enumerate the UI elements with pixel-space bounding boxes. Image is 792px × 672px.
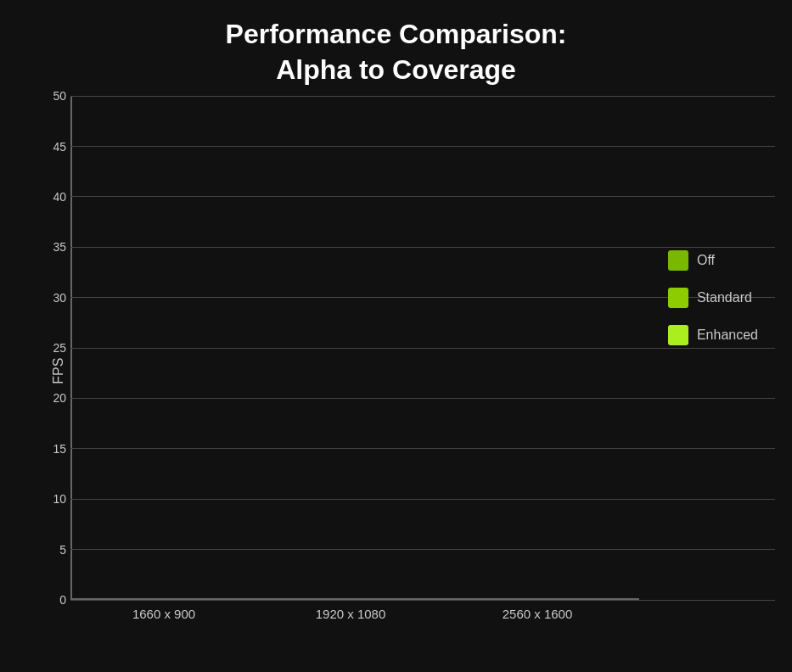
x-label-0: 1660 x 900 [70,607,257,621]
y-tick-label-45: 45 [41,140,66,154]
chart-title: Performance Comparison: Alpha to Coverag… [226,17,567,87]
legend: OffStandardEnhanced [668,250,758,345]
y-tick-label-5: 5 [41,543,66,557]
y-tick-label-0: 0 [41,593,66,607]
chart-container: Performance Comparison: Alpha to Coverag… [0,0,792,672]
legend-label-standard: Standard [697,290,752,305]
bars-container [70,96,639,600]
legend-label-enhanced: Enhanced [697,328,758,343]
title-line2: Alpha to Coverage [276,54,516,85]
y-tick-label-20: 20 [41,391,66,405]
y-tick-label-35: 35 [41,240,66,254]
legend-item-standard: Standard [668,288,758,308]
legend-swatch-off [668,250,688,271]
y-tick-label-50: 50 [41,89,66,103]
x-label-2: 2560 x 1600 [444,607,631,621]
y-tick-label-30: 30 [41,291,66,305]
y-tick-label-15: 15 [41,442,66,456]
legend-swatch-standard [668,288,688,308]
legend-item-enhanced: Enhanced [668,325,758,345]
grid-and-bars: 05101520253035404550 OffStandardEnhanced [70,96,775,600]
y-tick-label-10: 10 [41,492,66,506]
graph-wrapper: 05101520253035404550 OffStandardEnhanced… [70,96,775,621]
chart-area: FPS 05101520253035404550 OffStandardEnha… [0,87,792,672]
legend-label-off: Off [697,253,715,268]
y-tick-label-25: 25 [41,341,66,355]
x-axis-labels: 1660 x 9001920 x 10802560 x 1600 [70,600,639,621]
legend-swatch-enhanced [668,325,688,345]
x-label-1: 1920 x 1080 [257,607,444,621]
y-tick-label-40: 40 [41,190,66,204]
title-line1: Performance Comparison: [226,19,567,49]
legend-item-off: Off [668,250,758,271]
